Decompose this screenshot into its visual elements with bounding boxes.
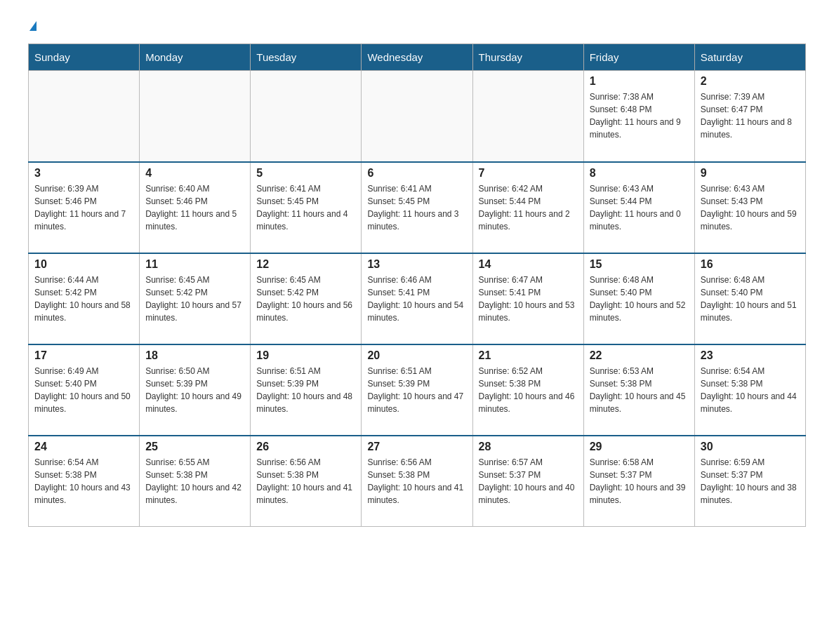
day-number: 30 [701,441,800,453]
day-info: Sunrise: 6:45 AMSunset: 5:42 PMDaylight:… [256,274,355,324]
calendar-cell: 13Sunrise: 6:46 AMSunset: 5:41 PMDayligh… [362,253,472,344]
calendar-cell: 20Sunrise: 6:51 AMSunset: 5:39 PMDayligh… [362,344,472,436]
day-info: Sunrise: 7:39 AMSunset: 6:47 PMDaylight:… [701,90,800,141]
calendar-cell: 15Sunrise: 6:48 AMSunset: 5:40 PMDayligh… [583,253,694,344]
calendar-cell: 3Sunrise: 6:39 AMSunset: 5:46 PMDaylight… [29,162,140,253]
calendar-week-row: 24Sunrise: 6:54 AMSunset: 5:38 PMDayligh… [29,436,806,527]
calendar-cell: 5Sunrise: 6:41 AMSunset: 5:45 PMDaylight… [251,162,362,253]
calendar-cell: 29Sunrise: 6:58 AMSunset: 5:37 PMDayligh… [583,436,694,527]
day-info: Sunrise: 6:54 AMSunset: 5:38 PMDaylight:… [34,456,133,507]
day-info: Sunrise: 6:45 AMSunset: 5:42 PMDaylight:… [145,274,244,324]
day-info: Sunrise: 6:54 AMSunset: 5:38 PMDaylight:… [701,365,800,415]
weekday-header-thursday: Thursday [472,44,583,71]
day-info: Sunrise: 6:56 AMSunset: 5:38 PMDaylight:… [256,456,355,507]
day-number: 2 [701,75,800,88]
day-number: 23 [701,349,800,362]
calendar-cell: 14Sunrise: 6:47 AMSunset: 5:41 PMDayligh… [472,253,583,344]
calendar-cell: 12Sunrise: 6:45 AMSunset: 5:42 PMDayligh… [251,253,362,344]
calendar-cell: 7Sunrise: 6:42 AMSunset: 5:44 PMDaylight… [472,162,583,253]
calendar-cell: 26Sunrise: 6:56 AMSunset: 5:38 PMDayligh… [251,436,362,527]
calendar-week-row: 17Sunrise: 6:49 AMSunset: 5:40 PMDayligh… [29,344,806,436]
day-number: 4 [145,167,244,180]
calendar-cell: 27Sunrise: 6:56 AMSunset: 5:38 PMDayligh… [362,436,472,527]
day-info: Sunrise: 6:46 AMSunset: 5:41 PMDaylight:… [367,274,466,324]
day-number: 17 [34,349,133,362]
day-info: Sunrise: 6:52 AMSunset: 5:38 PMDaylight:… [479,365,578,415]
calendar-week-row: 1Sunrise: 7:38 AMSunset: 6:48 PMDaylight… [29,71,806,162]
day-info: Sunrise: 6:39 AMSunset: 5:46 PMDaylight:… [34,182,133,233]
day-number: 6 [367,167,466,180]
day-number: 25 [145,441,244,453]
day-number: 24 [34,441,133,453]
page-header [28,21,806,32]
calendar-cell: 1Sunrise: 7:38 AMSunset: 6:48 PMDaylight… [583,71,694,162]
weekday-header-friday: Friday [583,44,694,71]
calendar-cell: 16Sunrise: 6:48 AMSunset: 5:40 PMDayligh… [694,253,805,344]
day-number: 5 [256,167,355,180]
calendar-cell: 9Sunrise: 6:43 AMSunset: 5:43 PMDaylight… [694,162,805,253]
day-info: Sunrise: 6:40 AMSunset: 5:46 PMDaylight:… [145,182,244,233]
day-number: 7 [479,167,578,180]
day-number: 1 [590,75,689,88]
day-info: Sunrise: 6:41 AMSunset: 5:45 PMDaylight:… [256,182,355,233]
calendar-cell: 30Sunrise: 6:59 AMSunset: 5:37 PMDayligh… [694,436,805,527]
day-number: 26 [256,441,355,453]
calendar-cell: 2Sunrise: 7:39 AMSunset: 6:47 PMDaylight… [694,71,805,162]
day-number: 20 [367,349,466,362]
day-info: Sunrise: 6:47 AMSunset: 5:41 PMDaylight:… [479,274,578,324]
weekday-header-sunday: Sunday [29,44,140,71]
calendar-cell [472,71,583,162]
day-number: 10 [34,258,133,271]
day-number: 22 [590,349,689,362]
day-info: Sunrise: 6:44 AMSunset: 5:42 PMDaylight:… [34,274,133,324]
calendar-cell: 28Sunrise: 6:57 AMSunset: 5:37 PMDayligh… [472,436,583,527]
weekday-header-wednesday: Wednesday [362,44,472,71]
calendar-cell: 10Sunrise: 6:44 AMSunset: 5:42 PMDayligh… [29,253,140,344]
day-info: Sunrise: 6:43 AMSunset: 5:43 PMDaylight:… [701,182,800,233]
calendar-cell: 24Sunrise: 6:54 AMSunset: 5:38 PMDayligh… [29,436,140,527]
calendar-cell: 8Sunrise: 6:43 AMSunset: 5:44 PMDaylight… [583,162,694,253]
day-info: Sunrise: 6:56 AMSunset: 5:38 PMDaylight:… [367,456,466,507]
day-info: Sunrise: 6:58 AMSunset: 5:37 PMDaylight:… [590,456,689,507]
calendar-cell: 18Sunrise: 6:50 AMSunset: 5:39 PMDayligh… [140,344,251,436]
calendar-week-row: 3Sunrise: 6:39 AMSunset: 5:46 PMDaylight… [29,162,806,253]
calendar-cell: 21Sunrise: 6:52 AMSunset: 5:38 PMDayligh… [472,344,583,436]
day-number: 13 [367,258,466,271]
weekday-header-row: SundayMondayTuesdayWednesdayThursdayFrid… [29,44,806,71]
day-number: 16 [701,258,800,271]
calendar-cell: 4Sunrise: 6:40 AMSunset: 5:46 PMDaylight… [140,162,251,253]
day-info: Sunrise: 6:50 AMSunset: 5:39 PMDaylight:… [145,365,244,415]
calendar-cell: 23Sunrise: 6:54 AMSunset: 5:38 PMDayligh… [694,344,805,436]
day-number: 12 [256,258,355,271]
day-info: Sunrise: 6:51 AMSunset: 5:39 PMDaylight:… [367,365,466,415]
day-number: 29 [590,441,689,453]
calendar-cell: 22Sunrise: 6:53 AMSunset: 5:38 PMDayligh… [583,344,694,436]
day-info: Sunrise: 6:48 AMSunset: 5:40 PMDaylight:… [701,274,800,324]
day-number: 15 [590,258,689,271]
calendar-week-row: 10Sunrise: 6:44 AMSunset: 5:42 PMDayligh… [29,253,806,344]
logo-triangle-icon [29,21,37,31]
weekday-header-tuesday: Tuesday [251,44,362,71]
calendar-cell: 25Sunrise: 6:55 AMSunset: 5:38 PMDayligh… [140,436,251,527]
day-info: Sunrise: 6:57 AMSunset: 5:37 PMDaylight:… [479,456,578,507]
day-number: 18 [145,349,244,362]
day-info: Sunrise: 6:48 AMSunset: 5:40 PMDaylight:… [590,274,689,324]
day-number: 21 [479,349,578,362]
calendar-cell [251,71,362,162]
logo [28,21,37,32]
day-number: 9 [701,167,800,180]
day-info: Sunrise: 6:55 AMSunset: 5:38 PMDaylight:… [145,456,244,507]
calendar-table: SundayMondayTuesdayWednesdayThursdayFrid… [28,43,806,527]
day-number: 11 [145,258,244,271]
calendar-cell: 17Sunrise: 6:49 AMSunset: 5:40 PMDayligh… [29,344,140,436]
day-number: 27 [367,441,466,453]
calendar-cell [29,71,140,162]
day-info: Sunrise: 6:43 AMSunset: 5:44 PMDaylight:… [590,182,689,233]
day-number: 3 [34,167,133,180]
calendar-cell [362,71,472,162]
calendar-cell [140,71,251,162]
day-info: Sunrise: 7:38 AMSunset: 6:48 PMDaylight:… [590,90,689,141]
day-info: Sunrise: 6:51 AMSunset: 5:39 PMDaylight:… [256,365,355,415]
calendar-cell: 19Sunrise: 6:51 AMSunset: 5:39 PMDayligh… [251,344,362,436]
day-number: 19 [256,349,355,362]
